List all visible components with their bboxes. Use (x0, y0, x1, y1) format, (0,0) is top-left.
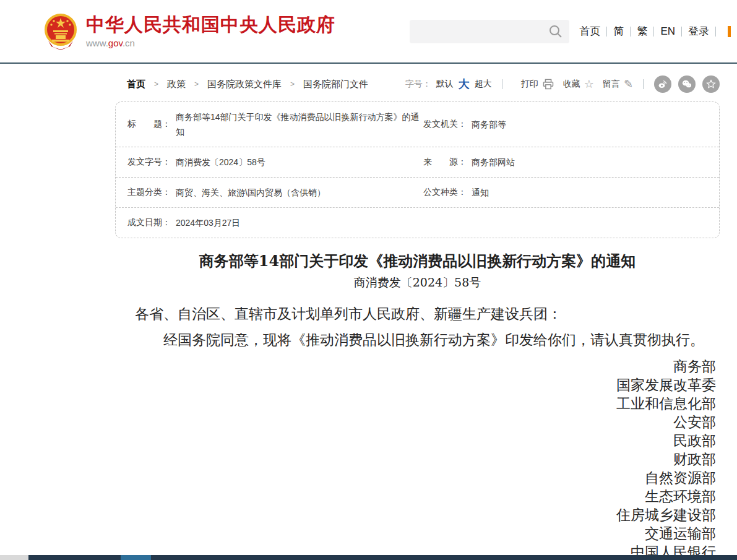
meta-issuer-label: 发文机关： (423, 119, 467, 130)
signatory: 自然资源部 (115, 468, 716, 487)
national-emblem-logo (43, 12, 78, 51)
meta-source-cell: 来 源： 商务部网站 (423, 155, 719, 170)
search-box (410, 20, 569, 43)
meta-number-label: 发文字号： (127, 157, 171, 168)
breadcrumb-separator: > (194, 80, 199, 88)
meta-title-label: 标 题： (127, 119, 171, 130)
nav-traditional[interactable]: 繁 (637, 24, 647, 38)
signatory: 财政部 (115, 450, 716, 468)
toolbar-divider (502, 79, 502, 89)
meta-topic-label: 主题分类： (127, 187, 171, 198)
meta-number-cell: 发文字号： 商消费发〔2024〕58号 (116, 155, 423, 170)
signatory: 工业和信息化部 (115, 394, 716, 413)
breadcrumb-separator: > (290, 80, 295, 88)
breadcrumb-policy[interactable]: 政策 (167, 79, 186, 90)
signatory: 交通运输部 (115, 524, 716, 543)
comment-label: 留言 (603, 79, 620, 90)
meta-row: 发文字号： 商消费发〔2024〕58号 来 源： 商务部网站 (116, 147, 719, 178)
signatory: 住房城乡建设部 (115, 506, 716, 524)
toolbar-divider (643, 79, 644, 89)
meta-type-label: 公文种类： (423, 187, 467, 198)
breadcrumb-policy-library[interactable]: 国务院政策文件库 (207, 79, 282, 90)
meta-title-cell: 标 题： 商务部等14部门关于印发《推动消费品以旧换新行动方案》的通知 (116, 110, 423, 139)
nav-simplified[interactable]: 简 (613, 24, 624, 38)
document-paragraph: 经国务院同意，现将《推动消费品以旧换新行动方案》印发给你们，请认真贯彻执行。 (135, 330, 718, 350)
search-icon[interactable] (548, 24, 563, 39)
signatory: 商务部 (115, 357, 716, 376)
comment-button[interactable]: 留言 ✎ (603, 79, 633, 90)
url-www: www. (86, 38, 108, 48)
nav-divider (715, 27, 716, 37)
font-size-xlarge[interactable]: 超大 (475, 79, 492, 90)
star-icon: ☆ (584, 79, 594, 90)
site-header: 中华人民共和国中央人民政府 www.gov.cn 首页 简 繁 EN 登录 (0, 0, 737, 64)
main-container: 首页 > 政策 > 国务院政策文件库 > 国务院部门文件 字号： 默认 大 超大… (115, 74, 720, 560)
weibo-share-icon[interactable] (654, 75, 671, 93)
nav-login[interactable]: 登录 (688, 24, 709, 38)
meta-issuer-cell: 发文机关： 商务部等 (423, 117, 719, 132)
document-content: 商务部等14部门关于印发《推动消费品以旧换新行动方案》的通知 商消费发〔2024… (115, 252, 720, 560)
bottom-bar-light-segment[interactable] (121, 555, 151, 560)
site-identity: 中华人民共和国中央人民政府 www.gov.cn (86, 14, 335, 48)
qzone-share-icon[interactable] (702, 75, 720, 93)
meta-date-label: 成文日期： (127, 217, 171, 228)
breadcrumb-department-docs[interactable]: 国务院部门文件 (303, 79, 368, 90)
breadcrumb-separator: > (154, 80, 158, 88)
print-button[interactable]: 打印 (521, 78, 554, 90)
wechat-share-icon[interactable] (678, 75, 696, 93)
meta-row: 成文日期： 2024年03月27日 (116, 208, 719, 238)
document-salutation: 各省、自治区、直辖市及计划单列市人民政府、新疆生产建设兵团： (135, 304, 718, 324)
mail-link-partial[interactable] (728, 26, 731, 37)
signatory: 国家发展改革委 (115, 376, 716, 394)
print-label: 打印 (521, 79, 538, 90)
font-size-default[interactable]: 默认 (436, 79, 454, 90)
meta-number-value: 商消费发〔2024〕58号 (176, 155, 265, 170)
breadcrumb: 首页 > 政策 > 国务院政策文件库 > 国务院部门文件 (127, 79, 368, 90)
url-cn: .cn (123, 38, 135, 48)
toolbar-utilities: 字号： 默认 大 超大 打印 收藏 ☆ 留言 ✎ (405, 75, 720, 93)
favorite-label: 收藏 (563, 79, 580, 90)
meta-topic-cell: 主题分类： 商贸、海关、旅游\国内贸易（含供销） (116, 185, 423, 200)
font-size-label: 字号： (405, 79, 431, 90)
meta-title-value: 商务部等14部门关于印发《推动消费品以旧换新行动方案》的通知 (176, 110, 423, 139)
page-toolbar: 首页 > 政策 > 国务院政策文件库 > 国务院部门文件 字号： 默认 大 超大… (115, 74, 720, 94)
signatory: 公安部 (115, 413, 716, 431)
nav-english[interactable]: EN (660, 25, 675, 38)
signatory-list: 商务部 国家发展改革委 工业和信息化部 公安部 民政部 财政部 自然资源部 生态… (115, 357, 720, 560)
meta-type-value: 通知 (472, 185, 489, 200)
meta-source-value: 商务部网站 (472, 155, 515, 170)
site-title: 中华人民共和国中央人民政府 (86, 14, 335, 35)
meta-type-cell: 公文种类： 通知 (423, 185, 719, 200)
pencil-icon: ✎ (624, 79, 633, 90)
meta-row: 标 题： 商务部等14部门关于印发《推动消费品以旧换新行动方案》的通知 发文机关… (116, 102, 719, 147)
meta-date-value: 2024年03月27日 (176, 215, 240, 230)
nav-home[interactable]: 首页 (579, 24, 600, 38)
search-input[interactable] (410, 20, 569, 43)
site-url: www.gov.cn (86, 38, 335, 48)
meta-date-cell: 成文日期： 2024年03月27日 (116, 215, 423, 230)
document-title: 商务部等14部门关于印发《推动消费品以旧换新行动方案》的通知 (115, 252, 720, 270)
breadcrumb-home[interactable]: 首页 (127, 79, 145, 90)
meta-source-label: 来 源： (423, 157, 467, 168)
printer-icon (542, 78, 554, 90)
document-meta-card: 标 题： 商务部等14部门关于印发《推动消费品以旧换新行动方案》的通知 发文机关… (115, 101, 720, 238)
url-gov: gov (108, 38, 123, 48)
nav-divider (681, 27, 682, 37)
signatory: 生态环境部 (115, 487, 716, 506)
top-navigation: 首页 简 繁 EN 登录 (579, 24, 731, 38)
favorite-button[interactable]: 收藏 ☆ (563, 79, 594, 90)
bottom-bar-gray-segment (0, 555, 28, 560)
meta-topic-value: 商贸、海关、旅游\国内贸易（含供销） (176, 185, 325, 200)
nav-divider (606, 27, 607, 37)
meta-row: 主题分类： 商贸、海关、旅游\国内贸易（含供销） 公文种类： 通知 (116, 178, 719, 208)
document-body: 各省、自治区、直辖市及计划单列市人民政府、新疆生产建设兵团： 经国务院同意，现将… (115, 304, 720, 350)
signatory: 民政部 (115, 431, 716, 450)
nav-divider (630, 27, 631, 37)
meta-issuer-value: 商务部等 (472, 117, 506, 132)
document-number: 商消费发〔2024〕58号 (115, 275, 720, 291)
font-size-large[interactable]: 大 (459, 77, 470, 92)
nav-divider (653, 27, 654, 37)
